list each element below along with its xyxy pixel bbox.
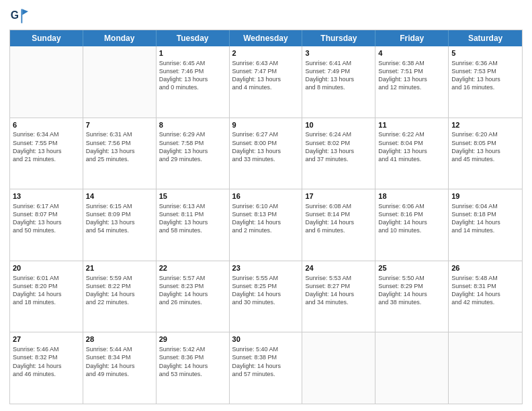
day-info: Sunrise: 6:43 AM Sunset: 7:47 PM Dayligh… [232,59,300,92]
day-info: Sunrise: 5:46 AM Sunset: 8:32 PM Dayligh… [13,345,80,378]
header: G [9,7,523,26]
day-info: Sunrise: 5:50 AM Sunset: 8:29 PM Dayligh… [378,274,445,307]
day-number: 14 [86,191,153,201]
day-cell-18: 18Sunrise: 6:06 AM Sunset: 8:16 PM Dayli… [375,189,449,261]
day-info: Sunrise: 6:15 AM Sunset: 8:09 PM Dayligh… [86,202,153,235]
day-cell-16: 16Sunrise: 6:10 AM Sunset: 8:13 PM Dayli… [230,189,303,261]
logo: G [9,7,30,26]
day-number: 26 [451,263,519,273]
day-cell-2: 2Sunrise: 6:43 AM Sunset: 7:47 PM Daylig… [230,46,303,118]
weekday-header-friday: Friday [375,30,449,46]
day-info: Sunrise: 6:06 AM Sunset: 8:16 PM Dayligh… [378,202,445,235]
day-info: Sunrise: 6:36 AM Sunset: 7:53 PM Dayligh… [451,59,519,92]
day-cell-24: 24Sunrise: 5:53 AM Sunset: 8:27 PM Dayli… [302,261,375,332]
day-info: Sunrise: 5:44 AM Sunset: 8:34 PM Dayligh… [86,345,153,378]
day-number: 15 [159,191,226,201]
day-info: Sunrise: 6:20 AM Sunset: 8:05 PM Dayligh… [451,130,519,163]
day-info: Sunrise: 6:22 AM Sunset: 8:04 PM Dayligh… [378,130,445,163]
svg-rect-3 [21,9,23,24]
day-info: Sunrise: 6:27 AM Sunset: 8:00 PM Dayligh… [232,130,300,163]
day-number: 3 [305,48,372,58]
day-cell-1: 1Sunrise: 6:45 AM Sunset: 7:46 PM Daylig… [157,46,230,118]
svg-text:G: G [11,9,19,21]
day-number: 19 [451,191,519,201]
weekday-header-wednesday: Wednesday [230,30,303,46]
weekday-header-monday: Monday [83,30,157,46]
day-cell-5: 5Sunrise: 6:36 AM Sunset: 7:53 PM Daylig… [449,46,522,118]
day-cell-28: 28Sunrise: 5:44 AM Sunset: 8:34 PM Dayli… [83,332,157,404]
day-info: Sunrise: 5:55 AM Sunset: 8:25 PM Dayligh… [232,274,300,307]
day-cell-9: 9Sunrise: 6:27 AM Sunset: 8:00 PM Daylig… [230,118,303,189]
day-number: 2 [232,48,300,58]
day-cell-6: 6Sunrise: 6:34 AM Sunset: 7:55 PM Daylig… [10,118,83,189]
day-number: 29 [159,334,226,345]
day-number: 1 [159,48,226,58]
day-number: 10 [305,120,372,130]
day-number: 17 [305,191,372,201]
day-cell-14: 14Sunrise: 6:15 AM Sunset: 8:09 PM Dayli… [83,189,157,261]
day-cell-20: 20Sunrise: 6:01 AM Sunset: 8:20 PM Dayli… [10,261,83,332]
day-info: Sunrise: 6:38 AM Sunset: 7:51 PM Dayligh… [378,59,445,92]
day-cell-23: 23Sunrise: 5:55 AM Sunset: 8:25 PM Dayli… [230,261,303,332]
logo-icon: G [9,7,28,26]
day-number: 11 [378,120,445,130]
page: G SundayMondayTuesdayWednesdayThursdayFr… [0,0,532,411]
day-number: 16 [232,191,300,201]
weekday-header-tuesday: Tuesday [157,30,230,46]
day-info: Sunrise: 6:17 AM Sunset: 8:07 PM Dayligh… [13,202,80,235]
day-cell-27: 27Sunrise: 5:46 AM Sunset: 8:32 PM Dayli… [10,332,83,404]
day-cell-3: 3Sunrise: 6:41 AM Sunset: 7:49 PM Daylig… [302,46,375,118]
day-cell-13: 13Sunrise: 6:17 AM Sunset: 8:07 PM Dayli… [10,189,83,261]
day-cell-12: 12Sunrise: 6:20 AM Sunset: 8:05 PM Dayli… [449,118,522,189]
day-cell-empty-4-5 [375,332,449,404]
day-number: 30 [232,334,300,345]
day-number: 25 [378,263,445,273]
day-cell-10: 10Sunrise: 6:24 AM Sunset: 8:02 PM Dayli… [302,118,375,189]
day-info: Sunrise: 6:08 AM Sunset: 8:14 PM Dayligh… [305,202,372,235]
day-cell-17: 17Sunrise: 6:08 AM Sunset: 8:14 PM Dayli… [302,189,375,261]
day-cell-empty-4-6 [449,332,522,404]
calendar-row-2: 13Sunrise: 6:17 AM Sunset: 8:07 PM Dayli… [10,189,522,261]
calendar-row-1: 6Sunrise: 6:34 AM Sunset: 7:55 PM Daylig… [10,118,522,189]
day-cell-15: 15Sunrise: 6:13 AM Sunset: 8:11 PM Dayli… [157,189,230,261]
day-number: 6 [13,120,80,130]
day-cell-11: 11Sunrise: 6:22 AM Sunset: 8:04 PM Dayli… [375,118,449,189]
day-info: Sunrise: 6:24 AM Sunset: 8:02 PM Dayligh… [305,130,372,163]
day-number: 28 [86,334,153,345]
day-number: 7 [86,120,153,130]
day-cell-29: 29Sunrise: 5:42 AM Sunset: 8:36 PM Dayli… [157,332,230,404]
calendar-body: 1Sunrise: 6:45 AM Sunset: 7:46 PM Daylig… [10,46,522,404]
calendar: SundayMondayTuesdayWednesdayThursdayFrid… [9,30,523,404]
day-number: 21 [86,263,153,273]
day-cell-21: 21Sunrise: 5:59 AM Sunset: 8:22 PM Dayli… [83,261,157,332]
weekday-header-thursday: Thursday [302,30,375,46]
day-number: 12 [451,120,519,130]
day-number: 13 [13,191,80,201]
day-number: 8 [159,120,226,130]
day-number: 5 [451,48,519,58]
day-number: 20 [13,263,80,273]
day-number: 24 [305,263,372,273]
weekday-header-saturday: Saturday [449,30,522,46]
day-number: 27 [13,334,80,345]
day-info: Sunrise: 5:40 AM Sunset: 8:38 PM Dayligh… [232,345,300,378]
day-info: Sunrise: 6:10 AM Sunset: 8:13 PM Dayligh… [232,202,300,235]
day-cell-4: 4Sunrise: 6:38 AM Sunset: 7:51 PM Daylig… [375,46,449,118]
calendar-row-3: 20Sunrise: 6:01 AM Sunset: 8:20 PM Dayli… [10,261,522,332]
day-info: Sunrise: 6:04 AM Sunset: 8:18 PM Dayligh… [451,202,519,235]
day-cell-empty-0-1 [83,46,157,118]
day-info: Sunrise: 6:45 AM Sunset: 7:46 PM Dayligh… [159,59,226,92]
day-cell-empty-0-0 [10,46,83,118]
day-info: Sunrise: 6:41 AM Sunset: 7:49 PM Dayligh… [305,59,372,92]
day-info: Sunrise: 5:48 AM Sunset: 8:31 PM Dayligh… [451,274,519,307]
day-info: Sunrise: 5:57 AM Sunset: 8:23 PM Dayligh… [159,274,226,307]
day-cell-empty-4-4 [302,332,375,404]
day-info: Sunrise: 6:31 AM Sunset: 7:56 PM Dayligh… [86,130,153,163]
day-cell-19: 19Sunrise: 6:04 AM Sunset: 8:18 PM Dayli… [449,189,522,261]
day-number: 9 [232,120,300,130]
day-number: 22 [159,263,226,273]
calendar-header: SundayMondayTuesdayWednesdayThursdayFrid… [10,30,522,46]
day-info: Sunrise: 6:29 AM Sunset: 7:58 PM Dayligh… [159,130,226,163]
calendar-row-0: 1Sunrise: 6:45 AM Sunset: 7:46 PM Daylig… [10,46,522,118]
day-cell-7: 7Sunrise: 6:31 AM Sunset: 7:56 PM Daylig… [83,118,157,189]
